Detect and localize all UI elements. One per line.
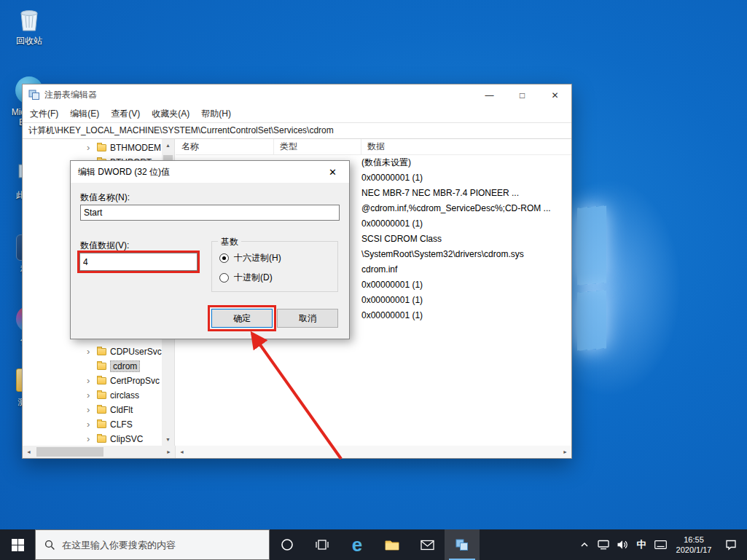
windows-logo-icon <box>12 539 24 551</box>
address-bar[interactable]: 计算机\HKEY_LOCAL_MACHINE\SYSTEM\CurrentCon… <box>23 122 571 139</box>
radio-decimal[interactable]: 十进制(D) <box>219 272 337 284</box>
tree-item[interactable]: CLFS <box>23 417 174 432</box>
start-button[interactable] <box>0 529 35 560</box>
folder-icon <box>97 421 106 428</box>
annotation-red-box <box>77 251 200 273</box>
regedit-icon <box>455 539 469 551</box>
ok-button[interactable]: 确定 <box>211 309 273 328</box>
scrollbar-thumb[interactable] <box>36 447 103 457</box>
folder-icon <box>97 435 106 443</box>
base-group-label: 基数 <box>218 236 241 248</box>
list-horizontal-scrollbar[interactable] <box>175 446 571 458</box>
scroll-right-icon[interactable] <box>163 446 175 458</box>
radio-hexadecimal[interactable]: 十六进制(H) <box>219 252 337 264</box>
chevron-right-icon[interactable] <box>87 376 93 386</box>
scroll-left-icon[interactable] <box>23 446 35 458</box>
close-icon[interactable]: ✕ <box>539 84 571 106</box>
regedit-icon <box>28 90 40 100</box>
cortana-icon <box>281 538 294 551</box>
cancel-button[interactable]: 取消 <box>277 309 338 328</box>
tree-item-label: CertPropSvc <box>110 376 160 386</box>
tree-item-label: CldFlt <box>110 405 133 415</box>
touch-keyboard-icon[interactable] <box>651 529 670 560</box>
scroll-left-icon[interactable] <box>176 446 188 458</box>
chevron-right-icon[interactable] <box>87 347 93 357</box>
menu-file[interactable]: 文件(F) <box>24 106 64 122</box>
menu-favorites[interactable]: 收藏夹(A) <box>146 106 195 122</box>
chevron-right-icon[interactable] <box>87 434 93 444</box>
regedit-taskbar-button[interactable] <box>445 529 480 560</box>
radio-unchecked-icon[interactable] <box>219 273 229 283</box>
window-title: 注册表编辑器 <box>44 89 97 101</box>
menu-help[interactable]: 帮助(H) <box>195 106 237 122</box>
list-header: 名称 类型 数据 <box>176 139 571 155</box>
system-tray: 中 16:55 2020/1/17 <box>575 529 747 560</box>
scroll-right-icon[interactable] <box>559 446 571 458</box>
close-icon[interactable]: ✕ <box>316 161 349 183</box>
tree-item[interactable]: CDPUserSvc <box>23 344 174 359</box>
scroll-up-icon[interactable] <box>162 139 174 151</box>
chevron-right-icon[interactable] <box>87 405 93 415</box>
chevron-right-icon[interactable] <box>87 143 93 153</box>
window-controls: — □ ✕ <box>473 84 571 106</box>
taskbar-search-box[interactable] <box>35 529 270 560</box>
column-header-type[interactable]: 类型 <box>274 139 361 154</box>
folder-icon <box>97 363 106 370</box>
dialog-title: 编辑 DWORD (32 位)值 <box>78 166 170 178</box>
folder-icon <box>385 539 399 551</box>
tree-item-label: circlass <box>110 390 139 401</box>
folder-icon <box>97 392 106 399</box>
ime-indicator[interactable]: 中 <box>632 529 651 560</box>
menu-view[interactable]: 查看(V) <box>105 106 146 122</box>
tree-group: CDPUserSvc cdrom CertPropSvc circlass <box>23 344 174 446</box>
window-titlebar[interactable]: 注册表编辑器 — □ ✕ <box>23 84 571 106</box>
column-header-name[interactable]: 名称 <box>176 139 274 154</box>
file-explorer-button[interactable] <box>375 529 410 560</box>
tree-item[interactable]: CertPropSvc <box>23 374 174 388</box>
action-center-icon[interactable] <box>718 529 744 560</box>
scroll-down-icon[interactable] <box>162 433 174 446</box>
dialog-titlebar[interactable]: 编辑 DWORD (32 位)值 ✕ <box>71 161 349 183</box>
radio-label: 十进制(D) <box>234 272 273 284</box>
value-data-input[interactable] <box>79 253 197 271</box>
taskbar: 中 16:55 2020/1/17 <box>0 529 747 560</box>
tree-item-label: BTHMODEM <box>110 143 161 153</box>
tray-chevron-up-icon[interactable] <box>575 529 594 560</box>
network-icon[interactable] <box>594 529 613 560</box>
radio-label: 十六进制(H) <box>234 252 281 264</box>
menu-edit[interactable]: 编辑(E) <box>64 106 105 122</box>
mail-button[interactable] <box>410 529 445 560</box>
edge-taskbar-button[interactable] <box>340 529 375 560</box>
search-input[interactable] <box>62 540 244 551</box>
task-view-button[interactable] <box>305 529 340 560</box>
tree-horizontal-scrollbar[interactable] <box>23 446 175 458</box>
maximize-icon[interactable]: □ <box>506 84 539 106</box>
minimize-icon[interactable]: — <box>473 84 506 106</box>
tree-item-label: CDPUserSvc <box>110 347 162 357</box>
windows-logo-pane <box>577 290 606 350</box>
windows-logo-pane <box>577 205 606 285</box>
tree-item[interactable]: CldFlt <box>23 403 174 417</box>
column-header-data[interactable]: 数据 <box>361 139 571 154</box>
address-text: 计算机\HKEY_LOCAL_MACHINE\SYSTEM\CurrentCon… <box>28 125 334 137</box>
tree-item-label: ClipSVC <box>110 434 143 444</box>
cortana-button[interactable] <box>270 529 305 560</box>
tree-item-label: CLFS <box>110 419 133 430</box>
tree-item[interactable]: ClipSVC <box>23 432 174 446</box>
folder-icon <box>97 406 106 414</box>
tree-item-label: cdrom <box>110 360 140 372</box>
taskbar-clock[interactable]: 16:55 2020/1/17 <box>670 529 718 560</box>
desktop-icon-recycle-bin[interactable]: 回收站 <box>6 4 52 46</box>
radio-checked-icon[interactable] <box>219 253 229 263</box>
edit-dword-dialog: 编辑 DWORD (32 位)值 ✕ 数值名称(N): 数值数据(V): 基数 … <box>70 160 350 339</box>
chevron-right-icon[interactable] <box>87 419 93 430</box>
menu-bar: 文件(F) 编辑(E) 查看(V) 收藏夹(A) 帮助(H) <box>23 106 571 122</box>
value-name-input[interactable] <box>80 205 340 221</box>
folder-icon <box>97 348 106 355</box>
volume-icon[interactable] <box>613 529 632 560</box>
chevron-right-icon[interactable] <box>87 390 93 401</box>
tree-item[interactable]: circlass <box>23 388 174 403</box>
tree-item[interactable]: BTHMODEM <box>23 141 174 155</box>
window-bottom-scroll-area <box>23 446 571 458</box>
tree-item-cdrom-selected[interactable]: cdrom <box>23 359 174 374</box>
